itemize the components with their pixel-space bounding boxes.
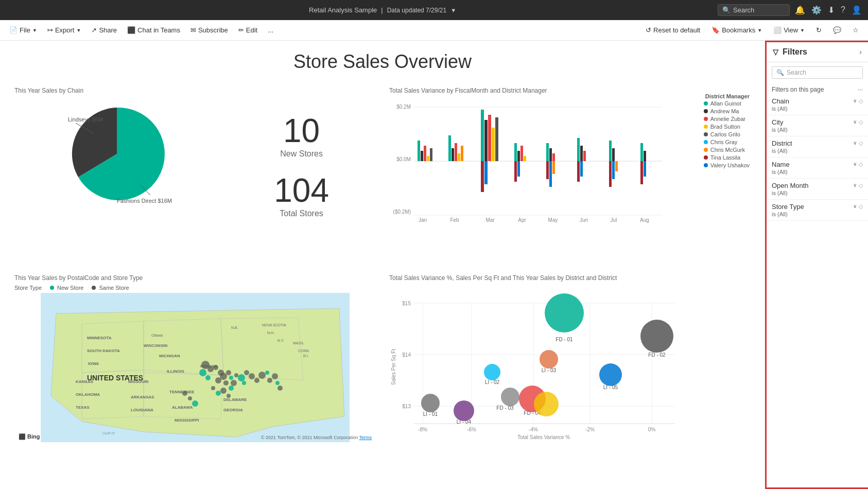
filter-city-chevron[interactable]: ∨ [853, 119, 857, 126]
scatter-point-li04[interactable] [454, 400, 474, 421]
svg-text:MINNESOTA: MINNESOTA [87, 336, 112, 340]
settings-icon[interactable]: ⚙️ [811, 5, 822, 15]
store-type-label: Store Type [14, 285, 42, 291]
legend-item-carlos: Carlos Grilo [704, 131, 750, 137]
favorite-button[interactable]: ☆ [848, 24, 863, 36]
refresh-button[interactable]: ↻ [812, 24, 826, 36]
svg-rect-30 [517, 161, 520, 177]
more-menu[interactable]: ... [264, 24, 277, 36]
scatter-point-fd02[interactable] [640, 320, 673, 353]
filter-item-openmonth[interactable]: Open Month ∨ ◇ is (All) [767, 179, 868, 200]
filter-district-clear[interactable]: ◇ [859, 140, 863, 147]
view-button[interactable]: ⬜ View ▼ [769, 24, 809, 36]
chat-teams-button[interactable]: ⬛ Chat in Teams [123, 24, 184, 36]
scatter-point-li01[interactable] [421, 394, 440, 412]
filters-collapse-icon[interactable]: › [859, 48, 862, 56]
filter-item-storetype[interactable]: Store Type ∨ ◇ is (All) [767, 200, 868, 221]
filter-icon: ▽ [773, 48, 778, 56]
svg-point-108 [272, 373, 278, 379]
scatter-point-fd04b[interactable] [534, 392, 559, 416]
svg-text:-4%: -4% [529, 427, 538, 432]
svg-rect-13 [448, 135, 451, 161]
svg-text:Feb: Feb [450, 217, 459, 223]
bookmark-icon: 🔖 [711, 26, 720, 34]
filter-item-city[interactable]: City ∨ ◇ is (All) [767, 115, 868, 136]
svg-rect-49 [640, 161, 643, 184]
svg-point-118 [192, 400, 198, 407]
svg-text:0%: 0% [648, 427, 656, 432]
svg-point-92 [205, 375, 211, 380]
filters-search-icon: 🔍 [776, 69, 784, 76]
filters-subtitle: Filters on this page ··· [767, 83, 868, 94]
svg-point-110 [277, 386, 283, 391]
filter-chain-clear[interactable]: ◇ [859, 98, 863, 104]
filter-chain-chevron[interactable]: ∨ [853, 98, 857, 104]
refresh-icon: ↻ [816, 26, 822, 34]
svg-text:ILLINOIS: ILLINOIS [167, 369, 184, 374]
edit-button[interactable]: ✏ Edit [234, 24, 262, 36]
scatter-section[interactable]: Total Sales Variance %, Sales Per Sq Ft … [385, 270, 755, 435]
subscribe-button[interactable]: ✉ Subscribe [186, 24, 232, 36]
scatter-point-li05[interactable] [599, 363, 622, 386]
share-button[interactable]: ↗ Share [87, 24, 121, 36]
bar-chart-section[interactable]: Total Sales Variance by FiscalMonth and … [385, 83, 755, 265]
filter-district-chevron[interactable]: ∨ [853, 140, 857, 147]
filter-openmonth-chevron[interactable]: ∨ [853, 182, 857, 189]
svg-rect-10 [424, 146, 426, 161]
filter-city-name: City [772, 118, 783, 126]
download-icon[interactable]: ⬇ [828, 5, 835, 15]
filter-district-name: District [772, 139, 792, 147]
file-chevron: ▼ [32, 28, 37, 33]
map-container[interactable]: MINNESOTA SOUTH DAKOTA IOWA WISCONSIN MI… [14, 293, 376, 442]
notification-icon[interactable]: 🔔 [795, 5, 805, 15]
filter-name-clear[interactable]: ◇ [859, 161, 863, 168]
pie-chart-svg[interactable]: Lindseys $6M Fashions Direct $16M [65, 102, 168, 205]
svg-rect-43 [612, 148, 615, 161]
scatter-point-li03[interactable] [540, 350, 558, 369]
toolbar: 📄 File ▼ ↦ Export ▼ ↗ Share ⬛ Chat in Te… [0, 20, 868, 41]
svg-text:OKLAHOMA: OKLAHOMA [76, 392, 100, 397]
svg-text:DELAWARE: DELAWARE [223, 397, 247, 402]
svg-rect-42 [609, 141, 612, 161]
filter-item-district[interactable]: District ∨ ◇ is (All) [767, 136, 868, 158]
filter-item-chain[interactable]: Chain ∨ ◇ is (All) [767, 94, 868, 115]
scatter-point-fd01[interactable] [545, 293, 584, 333]
legend-label-chrismcgurk: Chris McGurk [710, 147, 745, 153]
comment-button[interactable]: 💬 [829, 24, 845, 36]
filters-search[interactable]: 🔍 Search [772, 66, 863, 79]
separator: | [381, 6, 383, 14]
filter-storetype-chevron[interactable]: ∨ [853, 203, 857, 210]
map-terms-link[interactable]: Terms [359, 435, 372, 440]
pie-chart-section[interactable]: This Year Sales by Chain Lindseys $6M Fa… [10, 83, 223, 265]
edit-icon: ✏ [238, 26, 244, 34]
bookmarks-button[interactable]: 🔖 Bookmarks ▼ [707, 24, 766, 36]
filter-city-clear[interactable]: ◇ [859, 119, 863, 126]
help-icon[interactable]: ? [841, 5, 845, 15]
svg-point-103 [242, 381, 246, 385]
file-menu[interactable]: 📄 File ▼ [5, 24, 41, 36]
svg-rect-19 [484, 120, 488, 161]
scatter-point-li02[interactable] [484, 364, 500, 380]
filter-name-name: Name [772, 161, 790, 168]
filters-more-icon[interactable]: ··· [858, 86, 863, 93]
filter-name-chevron[interactable]: ∨ [853, 161, 857, 168]
svg-rect-38 [580, 146, 583, 161]
bar-chart-svg: $0.2M $0.0M ($0.2M) [389, 99, 688, 223]
svg-rect-24 [484, 161, 488, 184]
svg-text:FD - 02: FD - 02 [648, 352, 666, 358]
filter-openmonth-clear[interactable]: ◇ [859, 182, 863, 189]
filter-storetype-clear[interactable]: ◇ [859, 203, 863, 210]
export-menu[interactable]: ↦ Export ▼ [43, 24, 85, 36]
map-section[interactable]: This Year Sales by PostalCode and Store … [10, 270, 380, 480]
chevron-down-icon[interactable]: ▼ [450, 7, 456, 13]
reset-button[interactable]: ↺ Reset to default [641, 24, 704, 36]
filter-openmonth-value: is (All) [772, 190, 863, 196]
account-icon[interactable]: 👤 [852, 5, 862, 15]
svg-rect-26 [517, 151, 520, 161]
scatter-point-fd03[interactable] [501, 388, 519, 406]
new-store-label: New Store [57, 285, 83, 291]
topbar-search[interactable]: 🔍 Search [718, 4, 790, 16]
svg-point-106 [265, 371, 269, 375]
filter-item-name[interactable]: Name ∨ ◇ is (All) [767, 158, 868, 179]
bar-chart-legend: Allan Guinot Andrew Ma Annelie Zubar Bra… [704, 100, 750, 168]
